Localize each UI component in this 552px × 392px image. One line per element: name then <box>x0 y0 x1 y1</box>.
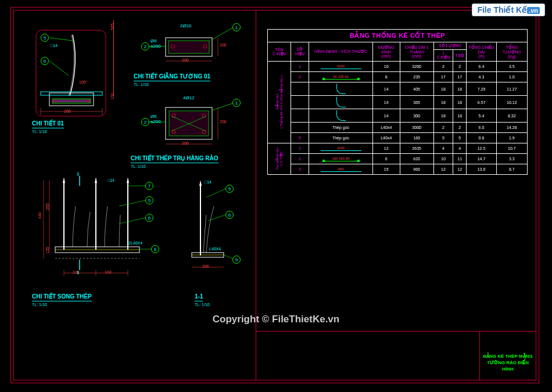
svg-rect-2 <box>41 92 102 95</box>
thr-title-block: CHI TIẾT THÉP TRỤ HÀNG RÀO TL: 1/10 <box>131 152 218 168</box>
cell-tcd: 0.8 <box>467 133 496 143</box>
thr-scale: TL: 1/10 <box>131 164 218 168</box>
tag-6: 6 <box>41 57 49 65</box>
cell-sohieu: 1 <box>291 62 309 72</box>
cell-n1: 5 <box>433 133 453 143</box>
detail-01: 5 6 200 105° □14 <box>23 17 116 128</box>
dim-line-v <box>113 20 114 96</box>
cell-dk: 6 <box>373 154 400 164</box>
gt-rebar2: Ø6 <box>150 38 157 44</box>
table-row: Trụ tường vào1 C.TIỆN126351226354412.510… <box>268 143 528 154</box>
table-grid: TÊN C.KIỆN SỐ HIỆU HÌNH DẠNG - KÍCH THƯỚ… <box>267 42 528 175</box>
cell-shape: 2635 <box>309 143 373 154</box>
detail-11: 5 6 9 □14 L40X4 200 <box>174 174 244 308</box>
svg-marker-35 <box>63 177 65 183</box>
thr-dim-w: 200 <box>182 141 189 145</box>
cell-cd: 160 <box>400 133 433 143</box>
cell-tl: 3.3 <box>496 154 527 164</box>
song-scale: TL: 1/10 <box>32 303 92 307</box>
cell-dk: 10 <box>373 62 400 72</box>
sec11-note9: L40X4 <box>209 247 221 251</box>
thr-title: CHI TIẾT THÉP TRỤ HÀNG RÀO <box>131 155 218 163</box>
cell-cd: 960 <box>400 164 433 175</box>
cell-cd: 2635 <box>400 143 433 154</box>
song-w160b: 160 <box>105 270 112 274</box>
svg-rect-13 <box>169 41 209 53</box>
gt-dim-h: 200 <box>220 43 227 47</box>
cut-mark-top: 1 <box>77 171 79 177</box>
sec11-title-block: 1-1 TL: 1/10 <box>195 290 210 307</box>
cell-n2: 5 <box>453 133 467 143</box>
gt-scale: TL: 1/10 <box>134 82 210 87</box>
svg-line-51 <box>119 218 145 224</box>
svg-marker-54 <box>199 180 202 186</box>
watermark-logo: File Thiết Kế.vn <box>472 3 545 16</box>
cell-cd: 620 <box>400 154 433 164</box>
cell-sohieu: 1 <box>291 143 309 154</box>
gt-tag1: 1 <box>232 23 241 31</box>
cell-shape: 160 263 80 <box>309 154 373 164</box>
logo-text: File Thiết Kế <box>477 5 527 15</box>
cut-mark-bot: 1 <box>77 270 79 275</box>
cell-sohieu <box>291 96 309 109</box>
sec11-w: 200 <box>202 264 209 268</box>
cell-tl: 3.5 <box>496 62 527 72</box>
cell-dk: 15 <box>373 164 400 175</box>
table-row: 1430018185.48.32 <box>268 109 528 123</box>
sec11-rebar5: □14 <box>205 180 212 184</box>
thr-spacing: a200 <box>150 119 161 124</box>
rebar-note: □14 <box>51 44 58 48</box>
cell-sohieu: 2 <box>291 72 309 82</box>
cell-shape: 900 <box>309 164 373 175</box>
cell-shape: Thép góc <box>309 123 373 133</box>
cell-n1: 2 <box>433 123 453 133</box>
hdr-sl-ckien: 1 C.KIỆN <box>437 51 450 59</box>
table-row: 1440518187.2911.27 <box>268 82 528 96</box>
song-h135: 135 <box>45 247 49 254</box>
sec11-svg <box>174 174 244 308</box>
svg-line-7 <box>49 38 73 41</box>
cell-tl: 8.7 <box>496 164 527 175</box>
svg-marker-37 <box>127 177 129 183</box>
tag-5: 5 <box>41 34 49 42</box>
steel-schedule-table: BẢNG THỐNG KÊ CỐT THÉP TÊN C.KIỆN SỐ HIỆ… <box>267 29 528 175</box>
cell-n2: 4 <box>453 143 467 154</box>
cell-cd: 3200 <box>400 62 433 72</box>
cell-tcd: 14.7 <box>467 154 496 164</box>
cell-shape: Thép góc <box>309 133 373 143</box>
cell-shape <box>309 109 373 123</box>
watermark-copyright: Copyright © FileThietKe.vn <box>0 314 552 325</box>
cell-n1: 4 <box>433 143 453 154</box>
table-row: 390015960121213.08.7 <box>268 164 528 175</box>
titleblock-content: BẢNG KÊ THÉP MẰNG TƯỜNG RÀO ĐIỂN HÌNH <box>481 353 535 373</box>
svg-line-59 <box>208 215 225 221</box>
cell-n1: 18 <box>433 96 453 109</box>
table-row: 1436518186.5710.12 <box>268 96 528 109</box>
hdr-sohieu: SỐ HIỆU <box>295 47 304 56</box>
cell-n2: 18 <box>453 82 467 96</box>
titleblock-top-line <box>256 331 536 332</box>
cell-tl: 1.0 <box>496 72 527 82</box>
thr-rebar1: 4Ø12 <box>183 95 195 100</box>
cell-cd: 365 <box>400 96 433 109</box>
cell-dk: 12 <box>373 143 400 154</box>
song-tag6: 6 <box>145 214 153 222</box>
song-tag8: 8 <box>151 245 159 253</box>
hdr-tenckien: TÊN C.KIỆN <box>273 48 286 56</box>
sec11-tag9: 9 <box>232 256 241 264</box>
cell-sohieu <box>291 82 309 96</box>
dim-200: 200 <box>64 109 71 113</box>
table-row: 265 135 65823517174.31.0 <box>268 72 528 82</box>
cell-sohieu: 9 <box>291 133 309 143</box>
cell-tl: 8.32 <box>496 109 527 123</box>
cell-cd: 235 <box>400 72 433 82</box>
hdr-dk: ĐƯỜNG KÍNH <box>378 45 395 54</box>
sec11-tag6: 6 <box>225 211 234 219</box>
thr-tag2: 2 <box>141 118 149 126</box>
hdr-dk-unit: (mm) <box>382 54 391 58</box>
svg-line-16 <box>212 28 232 39</box>
thr-tag1: 1 <box>232 99 241 107</box>
song-h265: 265 <box>45 203 49 210</box>
detail-01-title-block: CHI TIẾT 01 TL: 1/10 <box>32 117 64 134</box>
cell-n1: 10 <box>433 154 453 164</box>
